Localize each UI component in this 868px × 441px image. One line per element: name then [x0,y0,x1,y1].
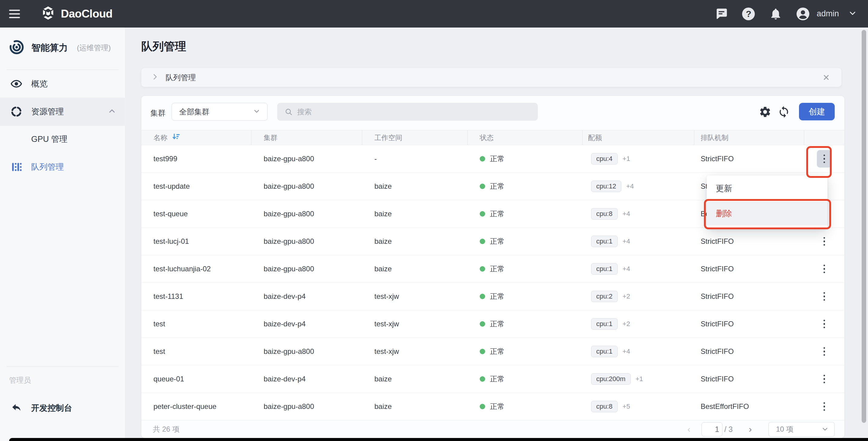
bell-icon[interactable] [769,7,783,21]
queue-name: test-lucj-01 [141,237,251,246]
status-dot [480,376,485,382]
status-dot [480,294,485,299]
breadcrumb-item: 队列管理 [165,73,196,82]
quota-chip: cpu:8 [591,401,618,412]
avatar[interactable] [796,7,810,21]
cluster-cell: baize-dev-p4 [251,320,362,328]
cluster-select[interactable]: 全部集群 [172,103,268,121]
close-icon[interactable] [822,73,831,82]
status-text: 正常 [490,209,504,219]
workspace-cell: baize [362,237,468,246]
prev-page-icon[interactable]: ‹ [683,424,695,434]
status-text: 正常 [490,319,504,329]
aperture-icon [10,106,22,118]
table-row: test baize-gpu-a800 test-xjw 正常 cpu:1+4 … [141,338,844,365]
quota-extra: +5 [623,403,630,410]
row-actions-button[interactable] [817,343,832,360]
scrollbar[interactable] [862,30,866,423]
cluster-cell: baize-dev-p4 [251,375,362,383]
status-text: 正常 [490,154,504,164]
sidebar-item-dev-console[interactable]: 开发控制台 [0,397,125,419]
row-actions-button[interactable] [817,260,832,278]
page-size-select[interactable]: 10 项 [768,422,835,437]
sidebar-item-resources[interactable]: 资源管理 [0,98,125,126]
product-switcher[interactable]: 智能算力 (运维管理) [8,39,111,57]
row-actions-button[interactable] [817,233,832,250]
table-row: test baize-dev-p4 test-xjw 正常 cpu:1+2 St… [141,310,844,338]
total-count: 共 26 项 [153,425,180,434]
chevron-right-icon[interactable] [151,73,159,82]
sort-icon[interactable] [172,132,181,143]
filter-bar: 集群 全部集群 创建 [141,96,844,130]
table-row: test-1131 baize-dev-p4 test-xjw 正常 cpu:2… [141,283,844,310]
status-text: 正常 [490,237,504,246]
quota-chip: cpu:200m [591,373,631,385]
status-text: 正常 [490,264,504,274]
divider [7,70,119,70]
page-number-input[interactable] [702,422,722,437]
quota-extra: +2 [623,293,630,300]
sidebar-item-overview[interactable]: 概览 [0,73,125,95]
chevron-down-icon [253,107,260,116]
user-name[interactable]: admin [816,9,839,19]
policy-cell: StrictFIFO [694,292,804,301]
quota-extra: +4 [626,182,634,190]
sidebar-item-resources-row[interactable]: 资源管理 [0,101,125,123]
cluster-cell: baize-dev-p4 [251,292,362,301]
next-page-icon[interactable]: › [744,424,756,434]
workspace-cell: test-xjw [362,347,468,356]
gear-icon[interactable] [757,104,773,120]
sidebar-item-gpu[interactable]: GPU 管理 [0,128,125,150]
cluster-cell: baize-gpu-a800 [251,182,362,191]
sidebar-item-label: 队列管理 [31,162,64,172]
search-icon [284,108,293,116]
queue-name: test [141,347,251,356]
status-dot [480,183,485,189]
quota-extra: +4 [623,210,630,218]
row-actions-button[interactable] [817,398,832,415]
pagination-controls: ‹ / 3 › 10 项 [683,420,835,438]
column-header-policy: 排队机制 [694,130,804,145]
row-actions-button[interactable] [817,150,832,168]
quota-chip: cpu:4 [591,153,618,165]
row-actions-button[interactable] [817,287,832,305]
row-actions-button[interactable] [817,315,832,333]
topbar: DaoCloud ? admin [0,0,868,28]
bottom-edge-bar [9,438,868,441]
daocloud-logo-icon [40,5,56,22]
menu-item-delete[interactable]: 删除 [707,201,828,225]
status-text: 正常 [490,402,504,411]
quota-chip: cpu:8 [591,208,618,219]
status-text: 正常 [490,347,504,356]
queue-name: test-update [141,182,251,191]
main-content: 队列管理 队列管理 集群 全部集群 [125,28,868,441]
menu-item-update[interactable]: 更新 [707,175,828,201]
refresh-icon[interactable] [776,104,792,120]
policy-cell: StrictFIFO [694,320,804,328]
search-input[interactable] [297,103,538,121]
workspace-cell: baize [362,210,468,218]
divider [7,366,119,367]
status-dot [480,266,485,272]
chevron-down-icon[interactable] [848,9,857,19]
pagination: 共 26 项 ‹ / 3 › 10 项 [141,420,844,438]
page-count: / 3 [724,425,733,434]
create-button[interactable]: 创建 [799,103,835,121]
quota-extra: +2 [623,320,630,328]
feedback-chat-icon[interactable] [714,7,728,21]
column-header-name: 名称 [141,130,251,145]
status-dot [480,239,485,244]
chevron-up-icon[interactable] [107,106,117,117]
table-row: test-lucj-01 baize-gpu-a800 baize 正常 cpu… [141,228,844,255]
status-dot [480,156,485,162]
menu-toggle-icon[interactable] [9,8,22,20]
help-icon[interactable]: ? [742,7,755,21]
sidebar-item-queues[interactable]: 队列管理 [0,156,125,178]
workspace-cell: baize [362,375,468,383]
cluster-cell: baize-gpu-a800 [251,210,362,218]
table-header: 名称 集群 工作空间 状态 配额 排队机制 [141,130,844,145]
policy-cell: BestEffortFIFO [694,402,804,411]
policy-cell: StrictFIFO [694,237,804,246]
status-dot [480,404,485,409]
row-actions-button[interactable] [817,370,832,388]
